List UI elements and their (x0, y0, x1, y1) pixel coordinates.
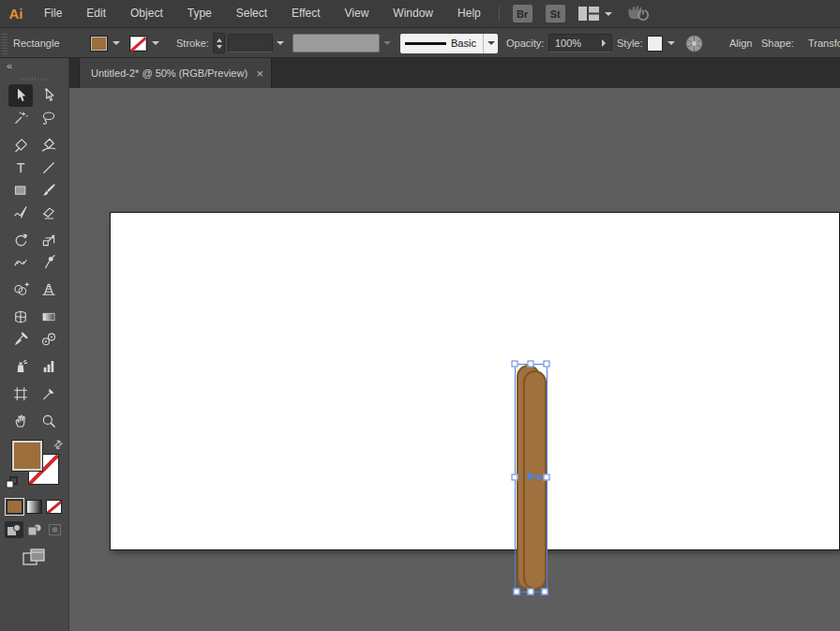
recolor-artwork-icon[interactable] (685, 35, 703, 53)
direct-selection-tool[interactable] (37, 84, 61, 107)
stock-button[interactable]: St (546, 5, 565, 23)
tool-grid: T (0, 84, 68, 432)
curvature-tool[interactable] (37, 134, 61, 157)
type-tool[interactable]: T (8, 157, 33, 179)
shape-label[interactable]: Shape: (761, 38, 794, 49)
pen-tool[interactable] (8, 134, 33, 157)
selection-handle[interactable] (544, 474, 550, 481)
illustrator-window: Ai FileEditObjectTypeSelectEffectViewWin… (0, 0, 840, 631)
magic-wand-tool[interactable] (8, 107, 33, 129)
column-graph-tool[interactable] (37, 355, 61, 378)
zoom-tool[interactable] (37, 410, 61, 432)
menu-item-effect[interactable]: Effect (279, 0, 332, 27)
menu-item-object[interactable]: Object (118, 0, 175, 27)
bridge-button[interactable]: Br (513, 5, 532, 23)
draw-normal-button[interactable] (5, 521, 23, 538)
menu-item-type[interactable]: Type (175, 0, 224, 27)
selection-handle[interactable] (512, 361, 518, 368)
align-label[interactable]: Align (729, 38, 752, 49)
swap-fill-stroke-icon[interactable]: ⇄ (51, 436, 67, 452)
opacity-field[interactable]: 100% (548, 34, 612, 53)
tool-panel-grip[interactable] (21, 78, 49, 81)
rotate-tool[interactable] (8, 229, 33, 251)
stroke-weight-stepper[interactable] (213, 33, 225, 53)
transform-label[interactable]: Transform (808, 38, 840, 49)
color-button[interactable] (7, 500, 22, 514)
puppet-warp-tool[interactable] (37, 251, 61, 274)
document-tab[interactable]: Untitled-2* @ 50% (RGB/Preview) × (79, 58, 272, 88)
chevron-down-icon (605, 12, 612, 16)
tab-close-icon[interactable]: × (256, 68, 263, 80)
stroke-weight-field[interactable] (228, 34, 273, 53)
anchor-point[interactable] (537, 475, 542, 480)
screen-mode-button[interactable] (0, 548, 68, 567)
fill-color-swatch[interactable] (90, 36, 108, 52)
hand-tool[interactable] (8, 410, 33, 432)
menu-bar-right: Br St (499, 3, 650, 25)
svg-text:T: T (16, 160, 24, 175)
menu-item-edit[interactable]: Edit (74, 0, 118, 27)
panel-collapse-button[interactable]: « (0, 58, 68, 73)
draw-inside-button (46, 521, 65, 538)
width-profile-chevron-icon (383, 41, 391, 45)
style-swatch[interactable] (647, 36, 663, 52)
selection-handle[interactable] (512, 474, 518, 481)
shaper-tool[interactable] (8, 202, 33, 224)
selection-handle[interactable] (528, 361, 534, 368)
perspective-grid-tool[interactable] (37, 278, 61, 301)
touch-workspace-icon[interactable] (625, 3, 650, 25)
scale-tool[interactable] (37, 229, 61, 251)
selection-handle[interactable] (542, 589, 548, 595)
brush-name: Basic (451, 38, 476, 49)
brush-definition-field[interactable]: Basic (400, 34, 483, 53)
menu-item-file[interactable]: File (32, 0, 74, 27)
style-label[interactable]: Style: (617, 38, 643, 49)
gradient-tool[interactable] (37, 306, 61, 328)
fill-swatch[interactable] (11, 440, 43, 472)
default-fill-stroke-icon[interactable] (6, 476, 18, 488)
menu-bar: Ai FileEditObjectTypeSelectEffectViewWin… (0, 0, 840, 28)
none-button[interactable] (46, 500, 62, 514)
eraser-tool[interactable] (37, 202, 61, 224)
canvas-area[interactable] (69, 88, 840, 631)
stroke-label[interactable]: Stroke: (176, 38, 209, 49)
opacity-arrow-icon[interactable] (602, 39, 606, 47)
style-chevron-icon[interactable] (668, 41, 675, 45)
selection-tool[interactable] (8, 84, 33, 107)
menu-item-window[interactable]: Window (381, 0, 445, 27)
eyedropper-tool[interactable] (8, 328, 33, 351)
selection-handle[interactable] (514, 589, 520, 595)
fill-chevron-icon[interactable] (112, 41, 120, 45)
menu-item-help[interactable]: Help (445, 0, 493, 27)
paintbrush-tool[interactable] (37, 179, 61, 202)
selection-handle[interactable] (544, 361, 550, 368)
slice-tool[interactable] (37, 383, 61, 405)
divider (499, 7, 500, 22)
opacity-label[interactable]: Opacity: (506, 38, 544, 49)
fill-stroke-widget: ⇄ (4, 438, 66, 492)
stroke-weight-chevron-icon[interactable] (277, 41, 284, 45)
brush-chevron-icon[interactable] (483, 34, 498, 53)
line-segment-tool[interactable] (37, 157, 61, 179)
blend-tool[interactable] (37, 328, 61, 351)
stroke-chevron-icon[interactable] (152, 41, 159, 45)
artboard-tool[interactable] (8, 383, 33, 405)
gradient-button[interactable] (26, 500, 42, 514)
stroke-color-swatch[interactable] (129, 36, 147, 52)
menu-item-select[interactable]: Select (224, 0, 279, 27)
width-tool[interactable] (8, 251, 33, 274)
app-logo: Ai (0, 6, 32, 22)
selection-center-point[interactable] (528, 473, 534, 480)
arrange-documents-icon (578, 7, 599, 21)
shape-builder-tool[interactable] (8, 278, 33, 301)
opacity-value: 100% (555, 38, 581, 49)
selection-handle[interactable] (528, 589, 534, 595)
rectangle-tool[interactable] (8, 179, 33, 202)
menu-item-view[interactable]: View (333, 0, 382, 27)
arrange-documents-button[interactable] (578, 7, 612, 21)
symbol-sprayer-tool[interactable] (8, 355, 33, 378)
mesh-tool[interactable] (8, 306, 33, 328)
draw-behind-button[interactable] (25, 521, 44, 538)
panel-grip[interactable] (2, 32, 8, 54)
lasso-tool[interactable] (37, 107, 61, 129)
